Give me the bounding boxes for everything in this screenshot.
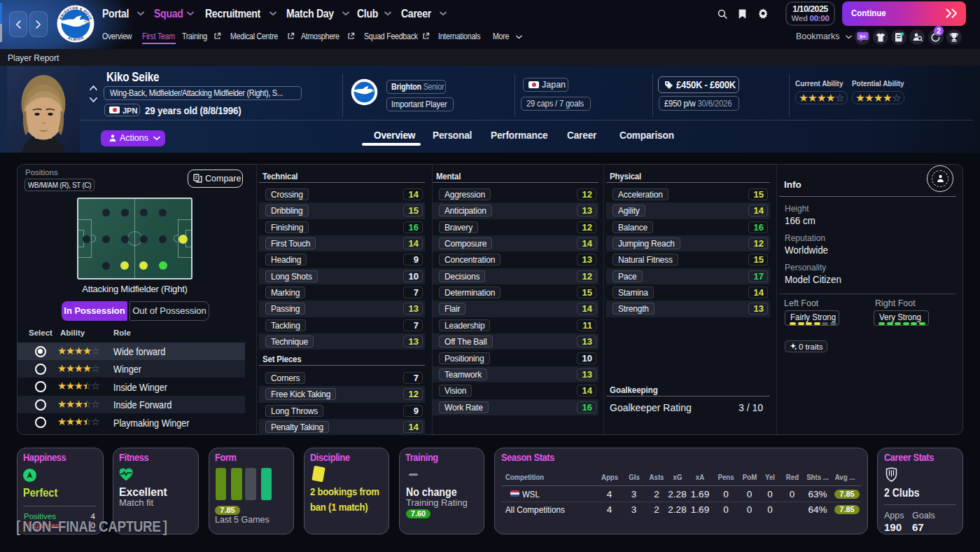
svg-text:9+: 9+ (860, 34, 866, 40)
